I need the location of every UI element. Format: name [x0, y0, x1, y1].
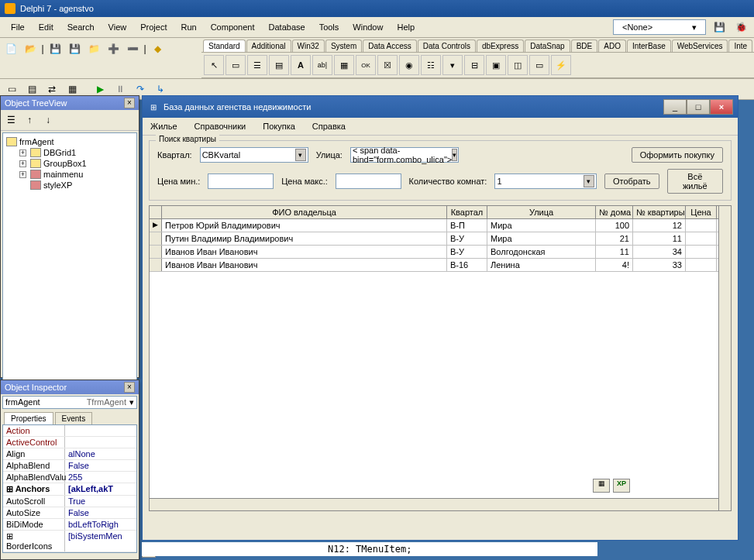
inspector-row[interactable]: Action [3, 425, 136, 437]
header-apartment[interactable]: № квартиры [633, 206, 686, 218]
maximize-button[interactable]: □ [687, 99, 710, 115]
menu-search[interactable]: Search [61, 21, 101, 33]
menu-file[interactable]: File [5, 21, 31, 33]
table-row[interactable]: Иванов Иван ИвановичВ-16Ленина4!33 [150, 259, 731, 272]
menu-view[interactable]: View [102, 21, 133, 33]
select-button[interactable]: Отобрать [604, 173, 659, 189]
header-house[interactable]: № дома [596, 206, 633, 218]
tree-body[interactable]: frmAgent +DBGrid1 +GroupBox1 +mainmenu s… [2, 132, 137, 380]
groupbox-icon[interactable]: ▣ [486, 55, 506, 75]
save-desktop-icon[interactable]: 💾 [711, 19, 728, 36]
tree-down-icon[interactable]: ↓ [40, 112, 57, 129]
combo-rooms[interactable]: 1▾ [494, 173, 597, 189]
menu-help[interactable]: Справка [309, 120, 349, 132]
header-fio[interactable]: ФИО владельца [162, 206, 447, 218]
inspector-row[interactable]: ActiveControl [3, 437, 136, 448]
combo-ulica[interactable]: < span data-bind="form.combo_ulica">▾ [350, 147, 459, 163]
combo-kvartal[interactable]: CBKvartal▾ [200, 147, 308, 163]
tab-dbexpress[interactable]: dbExpress [477, 40, 524, 52]
menu-run[interactable]: Run [174, 21, 202, 33]
debug-desktop-icon[interactable]: 🐞 [732, 19, 749, 36]
tab-properties[interactable]: Properties [4, 412, 53, 424]
table-row[interactable]: ▶Петров Юрий ВладимировичВ-ПМира10012 [150, 219, 731, 232]
close-icon[interactable]: × [124, 382, 135, 393]
inspector-object-combo[interactable]: frmAgent TfrmAgent ▾ [2, 396, 137, 409]
tab-more[interactable]: Inte [728, 40, 752, 52]
expand-icon[interactable]: + [19, 149, 26, 156]
memo-icon[interactable]: ▦ [334, 55, 354, 75]
tab-system[interactable]: System [325, 40, 362, 52]
inspector-row[interactable]: AutoScrollTrue [3, 496, 136, 507]
buy-button[interactable]: Оформить покупку [632, 147, 723, 163]
popupmenu-icon[interactable]: ▤ [269, 55, 289, 75]
tab-additional[interactable]: Additional [246, 40, 291, 52]
tab-datacontrols[interactable]: Data Controls [418, 40, 476, 52]
header-street[interactable]: Улица [487, 206, 596, 218]
button-icon[interactable]: OK [356, 55, 376, 75]
desktop-combo[interactable]: <None>▾ [613, 19, 706, 35]
save-icon[interactable]: 💾 [46, 40, 64, 57]
remove-file-icon[interactable]: ➖ [124, 40, 141, 57]
menu-project[interactable]: Project [134, 21, 173, 33]
mainmenu-icon[interactable]: ☰ [247, 55, 267, 75]
minimize-button[interactable]: _ [663, 99, 687, 115]
menu-directories[interactable]: Справочники [191, 120, 250, 132]
listbox-icon[interactable]: ☷ [421, 55, 441, 75]
combobox-icon[interactable]: ▾ [442, 55, 463, 75]
actionlist-icon[interactable]: ⚡ [551, 55, 571, 75]
vertical-scrollbar[interactable] [718, 206, 731, 510]
input-price-min[interactable] [208, 173, 274, 189]
label-icon[interactable]: A [291, 55, 311, 75]
menu-component[interactable]: Component [205, 21, 261, 33]
inspector-row[interactable]: AutoSizeFalse [3, 507, 136, 519]
pointer-icon[interactable]: ↖ [204, 55, 224, 75]
inspector-grid[interactable]: Action ActiveControl AlignalNone AlphaBl… [2, 424, 137, 553]
panel-icon[interactable]: ▭ [529, 55, 549, 75]
nav-xp-icon[interactable]: XP [613, 479, 630, 493]
help-icon[interactable]: ◆ [149, 40, 166, 57]
horizontal-scrollbar[interactable] [150, 498, 718, 510]
table-row[interactable]: Путин Владимир ВладимировичВ-УМира2111 [150, 232, 731, 246]
radiobutton-icon[interactable]: ◉ [399, 55, 419, 75]
nav-designer-icon[interactable]: ▦ [593, 479, 610, 493]
expand-icon[interactable]: + [19, 160, 26, 167]
inspector-row[interactable]: AlphaBlendValu255 [3, 472, 136, 483]
tree-tool-icon[interactable]: ☰ [2, 112, 19, 129]
checkbox-icon[interactable]: ☒ [377, 55, 398, 75]
tab-dataaccess[interactable]: Data Access [363, 40, 417, 52]
tab-datasnap[interactable]: DataSnap [525, 40, 570, 52]
inspector-row[interactable]: ⊞ BorderIcons[biSystemMen [3, 531, 136, 552]
tab-events[interactable]: Events [55, 412, 93, 424]
all-button[interactable]: Всё жильё [667, 169, 723, 194]
tab-bde[interactable]: BDE [571, 40, 598, 52]
scrollbar-icon[interactable]: ⊟ [464, 55, 484, 75]
expand-icon[interactable]: + [19, 171, 26, 178]
menu-housing[interactable]: Жилье [147, 120, 181, 132]
menu-purchase[interactable]: Покупка [260, 120, 298, 132]
menu-edit[interactable]: Edit [33, 21, 60, 33]
radiogroup-icon[interactable]: ◫ [508, 55, 528, 75]
menu-tools[interactable]: Tools [313, 21, 346, 33]
add-file-icon[interactable]: ➕ [105, 40, 122, 57]
table-row[interactable]: Иванов Иван ИвановичВ-УВолгодонская1134 [150, 246, 731, 259]
tab-webservices[interactable]: WebServices [672, 40, 728, 52]
tab-ado[interactable]: ADO [598, 40, 626, 52]
open-icon[interactable]: 📂 [22, 40, 39, 57]
close-button[interactable]: × [710, 99, 733, 115]
tab-interbase[interactable]: InterBase [627, 40, 671, 52]
new-icon[interactable]: 📄 [2, 40, 19, 57]
open-project-icon[interactable]: 📁 [85, 40, 102, 57]
menu-database[interactable]: Database [263, 21, 312, 33]
inspector-row[interactable]: BiDiModebdLeftToRigh [3, 519, 136, 531]
menu-help[interactable]: Help [391, 21, 421, 33]
input-price-max[interactable] [336, 173, 401, 189]
save-all-icon[interactable]: 💾 [66, 40, 83, 57]
inspector-row[interactable]: AlignalNone [3, 448, 136, 460]
tab-standard[interactable]: Standard [203, 40, 246, 52]
close-icon[interactable]: × [124, 98, 135, 108]
data-grid[interactable]: ФИО владельца Квартал Улица № дома № ква… [149, 205, 732, 511]
tab-win32[interactable]: Win32 [292, 40, 325, 52]
form-titlebar[interactable]: ⊞ База данных агенства недвижимости _ □ … [143, 96, 738, 118]
inspector-row[interactable]: ⊞ Anchors[akLeft,akT [3, 483, 136, 496]
frames-icon[interactable]: ▭ [226, 55, 246, 75]
